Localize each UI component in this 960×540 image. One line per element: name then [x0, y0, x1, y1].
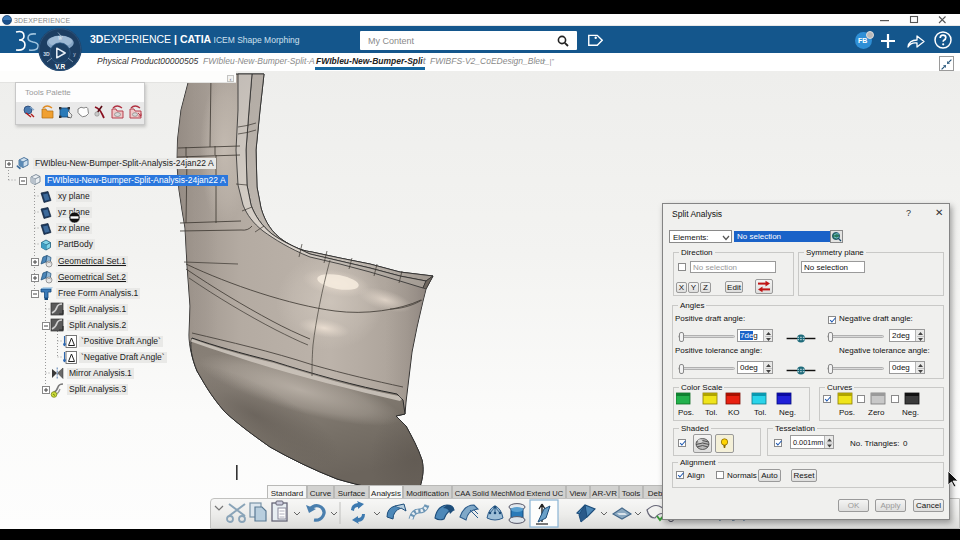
svg-text:3D: 3D	[43, 51, 50, 57]
svg-text:V.R: V.R	[55, 63, 66, 70]
svg-text:W: W	[58, 35, 63, 41]
